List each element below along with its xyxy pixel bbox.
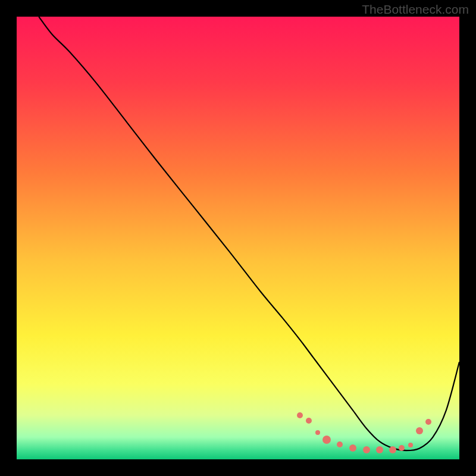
marker-dot <box>337 441 343 447</box>
marker-dot <box>416 427 423 434</box>
chart-plot-area <box>17 17 459 459</box>
marker-dot <box>408 443 413 447</box>
marker-dot <box>322 436 331 444</box>
marker-dot <box>315 430 320 435</box>
marker-dot <box>389 446 396 453</box>
marker-dot <box>306 418 312 424</box>
marker-dot <box>363 446 370 453</box>
marker-dot <box>376 446 383 453</box>
marker-dots-layer <box>17 17 459 459</box>
marker-dot <box>297 412 303 418</box>
marker-dot <box>425 419 431 425</box>
marker-dot <box>349 444 356 452</box>
watermark-text: TheBottleneck.com <box>362 2 469 17</box>
marker-dot <box>399 445 405 451</box>
